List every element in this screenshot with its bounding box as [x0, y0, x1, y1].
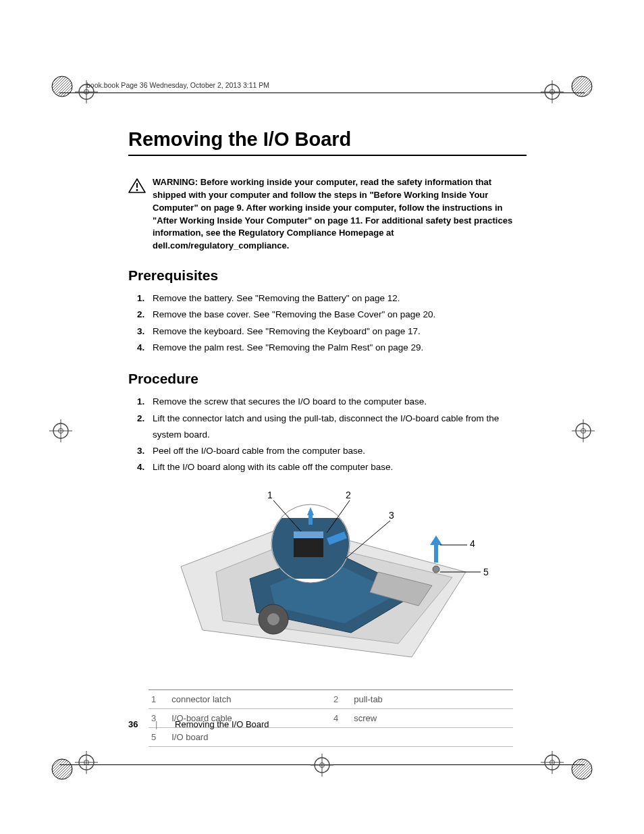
- svg-point-19: [52, 759, 72, 779]
- figure-callout-3: 3: [389, 510, 394, 521]
- registration-mark-bottom-center: [308, 752, 336, 781]
- svg-point-15: [576, 423, 591, 438]
- prerequisites-list: Remove the battery. See "Removing the Ba…: [128, 290, 527, 356]
- warning-icon: [128, 178, 146, 197]
- svg-point-9: [550, 90, 555, 95]
- warning-block: WARNING: Before working inside your comp…: [128, 176, 527, 253]
- legend-num: 2: [331, 689, 351, 708]
- svg-rect-50: [434, 545, 438, 563]
- footer-section-name: Removing the I/O Board: [175, 719, 269, 729]
- list-item: Peel off the I/O-board cable from the co…: [147, 443, 527, 459]
- figure-io-board: 1 2 3 4 5: [176, 491, 486, 680]
- registration-mark-mid-right: [556, 417, 597, 447]
- warning-body: Before working inside your computer, rea…: [153, 177, 512, 251]
- legend-num: [331, 727, 351, 746]
- svg-point-0: [52, 76, 72, 97]
- figure-callout-2: 2: [346, 490, 351, 500]
- crop-rule-top: [59, 93, 585, 93]
- registration-mark-bottom-left: [47, 745, 108, 787]
- header-runner: book.book Page 36 Wednesday, October 2, …: [86, 81, 269, 89]
- svg-rect-46: [294, 538, 323, 557]
- svg-point-1: [52, 76, 72, 97]
- title-underline-thick: [128, 155, 527, 156]
- svg-point-35: [136, 189, 138, 191]
- svg-point-5: [84, 90, 89, 95]
- warning-lead: WARNING:: [153, 177, 198, 187]
- list-item: Remove the base cover. See "Removing the…: [147, 307, 527, 323]
- figure-callout-5: 5: [483, 567, 489, 577]
- page: book.book Page 36 Wednesday, October 2, …: [0, 0, 644, 834]
- content-area: Removing the I/O Board WARNING: Before w…: [128, 128, 527, 747]
- list-item: Remove the screw that secures the I/O bo…: [147, 394, 527, 410]
- svg-point-10: [572, 76, 592, 97]
- svg-point-18: [581, 429, 586, 434]
- section-heading-procedure: Procedure: [128, 371, 527, 387]
- figure-legend-table: 1 connector latch 2 pull-tab 3 I/O-board…: [149, 689, 513, 747]
- warning-text: WARNING: Before working inside your comp…: [153, 176, 527, 253]
- page-number: 36: [128, 719, 138, 729]
- legend-label: screw: [351, 708, 513, 727]
- svg-marker-51: [430, 536, 442, 545]
- svg-point-32: [572, 759, 592, 779]
- figure-svg: [176, 491, 486, 680]
- list-item: Remove the battery. See "Removing the Ba…: [147, 290, 527, 307]
- svg-point-14: [59, 429, 63, 434]
- registration-mark-mid-left: [47, 417, 88, 447]
- svg-point-41: [267, 613, 279, 625]
- svg-rect-47: [294, 531, 323, 538]
- legend-label: pull-tab: [351, 689, 513, 708]
- svg-point-20: [79, 755, 94, 770]
- footer-line: 36 | Removing the I/O Board: [128, 719, 269, 729]
- svg-point-28: [545, 755, 560, 770]
- legend-num: 1: [149, 689, 169, 708]
- procedure-list: Remove the screw that secures the I/O bo…: [128, 394, 527, 475]
- legend-label: I/O board: [169, 727, 331, 746]
- svg-point-11: [53, 423, 68, 438]
- legend-label: [351, 727, 513, 746]
- figure-callout-4: 4: [470, 538, 475, 549]
- list-item: Remove the palm rest. See "Removing the …: [147, 340, 527, 356]
- table-row: 5 I/O board: [149, 727, 513, 746]
- svg-point-6: [545, 84, 560, 99]
- list-item: Lift the connector latch and using the p…: [147, 411, 527, 444]
- section-heading-prerequisites: Prerequisites: [128, 267, 527, 284]
- footer-separator: |: [155, 719, 157, 729]
- table-row: 1 connector latch 2 pull-tab: [149, 689, 513, 708]
- page-title: Removing the I/O Board: [128, 128, 527, 151]
- svg-point-52: [433, 566, 439, 573]
- registration-mark-bottom-right: [536, 745, 597, 787]
- list-item: Remove the keyboard. See "Removing the K…: [147, 323, 527, 340]
- figure-callout-1: 1: [267, 490, 273, 500]
- legend-num: 4: [331, 708, 351, 727]
- list-item: Lift the I/O board along with its cable …: [147, 459, 527, 475]
- legend-label: connector latch: [169, 689, 331, 708]
- legend-num: 5: [149, 727, 169, 746]
